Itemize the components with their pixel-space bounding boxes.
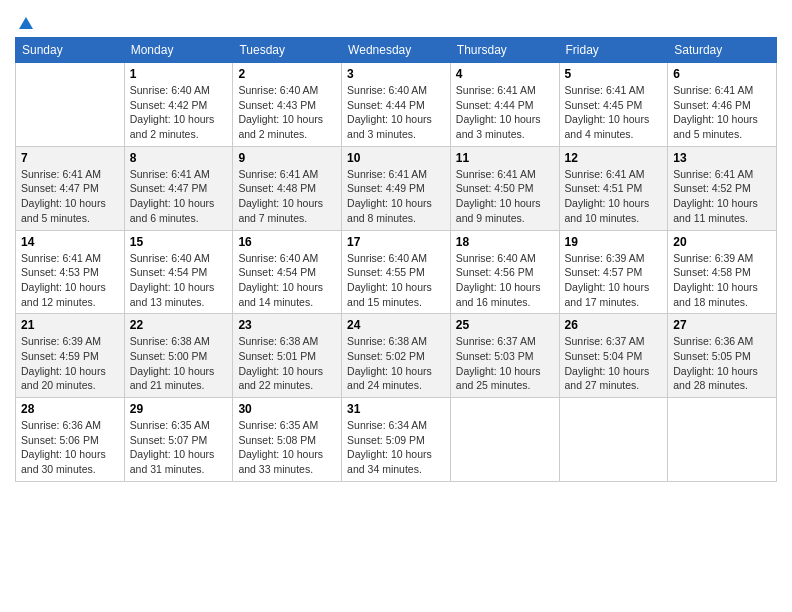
day-number: 9 xyxy=(238,151,336,165)
calendar-cell: 30Sunrise: 6:35 AMSunset: 5:08 PMDayligh… xyxy=(233,398,342,482)
day-number: 13 xyxy=(673,151,771,165)
week-row-1: 7Sunrise: 6:41 AMSunset: 4:47 PMDaylight… xyxy=(16,146,777,230)
day-info: Sunrise: 6:41 AMSunset: 4:46 PMDaylight:… xyxy=(673,83,771,142)
calendar-cell: 19Sunrise: 6:39 AMSunset: 4:57 PMDayligh… xyxy=(559,230,668,314)
day-info: Sunrise: 6:37 AMSunset: 5:04 PMDaylight:… xyxy=(565,334,663,393)
day-info: Sunrise: 6:40 AMSunset: 4:44 PMDaylight:… xyxy=(347,83,445,142)
calendar-cell: 28Sunrise: 6:36 AMSunset: 5:06 PMDayligh… xyxy=(16,398,125,482)
calendar-cell: 2Sunrise: 6:40 AMSunset: 4:43 PMDaylight… xyxy=(233,63,342,147)
calendar-cell: 4Sunrise: 6:41 AMSunset: 4:44 PMDaylight… xyxy=(450,63,559,147)
calendar-cell: 5Sunrise: 6:41 AMSunset: 4:45 PMDaylight… xyxy=(559,63,668,147)
header-day-tuesday: Tuesday xyxy=(233,38,342,63)
calendar-cell xyxy=(668,398,777,482)
calendar-cell: 8Sunrise: 6:41 AMSunset: 4:47 PMDaylight… xyxy=(124,146,233,230)
day-info: Sunrise: 6:40 AMSunset: 4:54 PMDaylight:… xyxy=(238,251,336,310)
calendar-cell: 12Sunrise: 6:41 AMSunset: 4:51 PMDayligh… xyxy=(559,146,668,230)
day-info: Sunrise: 6:36 AMSunset: 5:06 PMDaylight:… xyxy=(21,418,119,477)
calendar-cell: 29Sunrise: 6:35 AMSunset: 5:07 PMDayligh… xyxy=(124,398,233,482)
day-info: Sunrise: 6:40 AMSunset: 4:43 PMDaylight:… xyxy=(238,83,336,142)
day-info: Sunrise: 6:41 AMSunset: 4:50 PMDaylight:… xyxy=(456,167,554,226)
day-info: Sunrise: 6:41 AMSunset: 4:51 PMDaylight:… xyxy=(565,167,663,226)
day-info: Sunrise: 6:41 AMSunset: 4:49 PMDaylight:… xyxy=(347,167,445,226)
day-info: Sunrise: 6:36 AMSunset: 5:05 PMDaylight:… xyxy=(673,334,771,393)
calendar-cell: 7Sunrise: 6:41 AMSunset: 4:47 PMDaylight… xyxy=(16,146,125,230)
day-number: 12 xyxy=(565,151,663,165)
day-number: 25 xyxy=(456,318,554,332)
day-number: 16 xyxy=(238,235,336,249)
day-number: 26 xyxy=(565,318,663,332)
day-info: Sunrise: 6:40 AMSunset: 4:42 PMDaylight:… xyxy=(130,83,228,142)
calendar-cell: 20Sunrise: 6:39 AMSunset: 4:58 PMDayligh… xyxy=(668,230,777,314)
day-info: Sunrise: 6:41 AMSunset: 4:44 PMDaylight:… xyxy=(456,83,554,142)
day-info: Sunrise: 6:35 AMSunset: 5:07 PMDaylight:… xyxy=(130,418,228,477)
calendar-cell: 15Sunrise: 6:40 AMSunset: 4:54 PMDayligh… xyxy=(124,230,233,314)
day-info: Sunrise: 6:41 AMSunset: 4:48 PMDaylight:… xyxy=(238,167,336,226)
day-number: 31 xyxy=(347,402,445,416)
day-info: Sunrise: 6:40 AMSunset: 4:55 PMDaylight:… xyxy=(347,251,445,310)
calendar-cell: 18Sunrise: 6:40 AMSunset: 4:56 PMDayligh… xyxy=(450,230,559,314)
header-day-thursday: Thursday xyxy=(450,38,559,63)
calendar-cell: 10Sunrise: 6:41 AMSunset: 4:49 PMDayligh… xyxy=(342,146,451,230)
day-number: 7 xyxy=(21,151,119,165)
header-day-friday: Friday xyxy=(559,38,668,63)
calendar-cell: 21Sunrise: 6:39 AMSunset: 4:59 PMDayligh… xyxy=(16,314,125,398)
day-info: Sunrise: 6:41 AMSunset: 4:47 PMDaylight:… xyxy=(21,167,119,226)
calendar-cell: 24Sunrise: 6:38 AMSunset: 5:02 PMDayligh… xyxy=(342,314,451,398)
day-info: Sunrise: 6:41 AMSunset: 4:47 PMDaylight:… xyxy=(130,167,228,226)
calendar-cell: 23Sunrise: 6:38 AMSunset: 5:01 PMDayligh… xyxy=(233,314,342,398)
week-row-4: 28Sunrise: 6:36 AMSunset: 5:06 PMDayligh… xyxy=(16,398,777,482)
day-number: 27 xyxy=(673,318,771,332)
calendar-cell: 22Sunrise: 6:38 AMSunset: 5:00 PMDayligh… xyxy=(124,314,233,398)
day-number: 6 xyxy=(673,67,771,81)
calendar-cell: 27Sunrise: 6:36 AMSunset: 5:05 PMDayligh… xyxy=(668,314,777,398)
calendar-cell: 25Sunrise: 6:37 AMSunset: 5:03 PMDayligh… xyxy=(450,314,559,398)
calendar-cell: 14Sunrise: 6:41 AMSunset: 4:53 PMDayligh… xyxy=(16,230,125,314)
calendar-cell xyxy=(450,398,559,482)
day-number: 17 xyxy=(347,235,445,249)
day-number: 15 xyxy=(130,235,228,249)
day-info: Sunrise: 6:35 AMSunset: 5:08 PMDaylight:… xyxy=(238,418,336,477)
day-number: 8 xyxy=(130,151,228,165)
day-number: 18 xyxy=(456,235,554,249)
page-header xyxy=(15,10,777,29)
day-number: 23 xyxy=(238,318,336,332)
week-row-2: 14Sunrise: 6:41 AMSunset: 4:53 PMDayligh… xyxy=(16,230,777,314)
day-info: Sunrise: 6:38 AMSunset: 5:02 PMDaylight:… xyxy=(347,334,445,393)
day-number: 20 xyxy=(673,235,771,249)
day-info: Sunrise: 6:38 AMSunset: 5:01 PMDaylight:… xyxy=(238,334,336,393)
day-info: Sunrise: 6:39 AMSunset: 4:59 PMDaylight:… xyxy=(21,334,119,393)
logo-icon xyxy=(17,15,35,33)
calendar-table: SundayMondayTuesdayWednesdayThursdayFrid… xyxy=(15,37,777,482)
day-number: 5 xyxy=(565,67,663,81)
calendar-cell: 11Sunrise: 6:41 AMSunset: 4:50 PMDayligh… xyxy=(450,146,559,230)
day-number: 14 xyxy=(21,235,119,249)
day-info: Sunrise: 6:41 AMSunset: 4:53 PMDaylight:… xyxy=(21,251,119,310)
calendar-cell: 31Sunrise: 6:34 AMSunset: 5:09 PMDayligh… xyxy=(342,398,451,482)
day-number: 10 xyxy=(347,151,445,165)
day-info: Sunrise: 6:41 AMSunset: 4:52 PMDaylight:… xyxy=(673,167,771,226)
day-number: 4 xyxy=(456,67,554,81)
calendar-cell xyxy=(16,63,125,147)
calendar-cell: 9Sunrise: 6:41 AMSunset: 4:48 PMDaylight… xyxy=(233,146,342,230)
week-row-3: 21Sunrise: 6:39 AMSunset: 4:59 PMDayligh… xyxy=(16,314,777,398)
day-info: Sunrise: 6:39 AMSunset: 4:58 PMDaylight:… xyxy=(673,251,771,310)
day-number: 21 xyxy=(21,318,119,332)
day-number: 2 xyxy=(238,67,336,81)
calendar-cell: 17Sunrise: 6:40 AMSunset: 4:55 PMDayligh… xyxy=(342,230,451,314)
calendar-cell: 6Sunrise: 6:41 AMSunset: 4:46 PMDaylight… xyxy=(668,63,777,147)
calendar-cell: 3Sunrise: 6:40 AMSunset: 4:44 PMDaylight… xyxy=(342,63,451,147)
day-number: 28 xyxy=(21,402,119,416)
header-day-monday: Monday xyxy=(124,38,233,63)
calendar-cell: 16Sunrise: 6:40 AMSunset: 4:54 PMDayligh… xyxy=(233,230,342,314)
header-day-saturday: Saturday xyxy=(668,38,777,63)
day-number: 1 xyxy=(130,67,228,81)
day-info: Sunrise: 6:38 AMSunset: 5:00 PMDaylight:… xyxy=(130,334,228,393)
day-info: Sunrise: 6:39 AMSunset: 4:57 PMDaylight:… xyxy=(565,251,663,310)
calendar-cell: 1Sunrise: 6:40 AMSunset: 4:42 PMDaylight… xyxy=(124,63,233,147)
day-number: 22 xyxy=(130,318,228,332)
header-day-wednesday: Wednesday xyxy=(342,38,451,63)
day-number: 3 xyxy=(347,67,445,81)
calendar-header: SundayMondayTuesdayWednesdayThursdayFrid… xyxy=(16,38,777,63)
day-info: Sunrise: 6:34 AMSunset: 5:09 PMDaylight:… xyxy=(347,418,445,477)
day-number: 11 xyxy=(456,151,554,165)
